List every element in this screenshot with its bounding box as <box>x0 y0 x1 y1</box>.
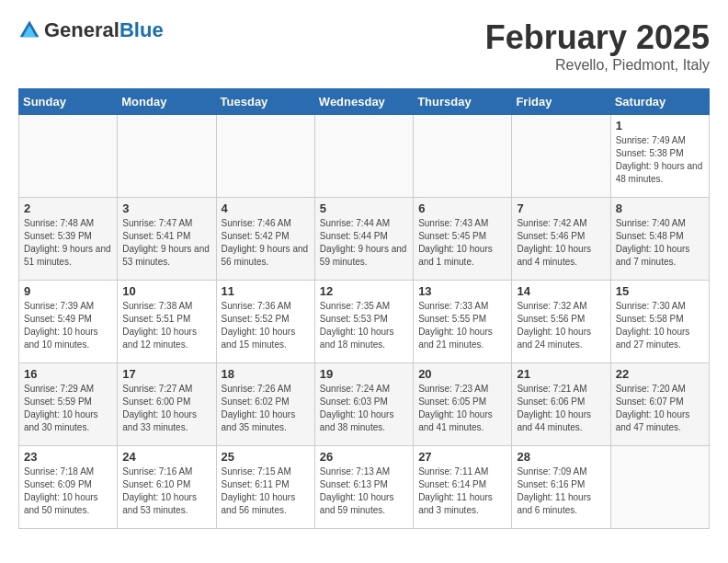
calendar-cell <box>314 115 413 198</box>
day-number: 15 <box>616 284 704 298</box>
calendar-cell: 16Sunrise: 7:29 AM Sunset: 5:59 PM Dayli… <box>19 363 118 446</box>
day-info: Sunrise: 7:23 AM Sunset: 6:05 PM Dayligh… <box>418 383 506 434</box>
day-number: 9 <box>24 284 112 298</box>
logo-icon <box>18 19 40 41</box>
calendar-cell <box>216 115 314 198</box>
day-number: 12 <box>320 284 408 298</box>
day-number: 11 <box>222 284 310 298</box>
day-info: Sunrise: 7:21 AM Sunset: 6:06 PM Dayligh… <box>517 383 605 434</box>
day-info: Sunrise: 7:42 AM Sunset: 5:46 PM Dayligh… <box>517 217 605 269</box>
day-number: 2 <box>24 201 112 215</box>
calendar-cell <box>19 115 118 198</box>
day-info: Sunrise: 7:49 AM Sunset: 5:38 PM Dayligh… <box>616 134 704 186</box>
calendar-cell: 27Sunrise: 7:11 AM Sunset: 6:14 PM Dayli… <box>414 446 512 529</box>
calendar-cell: 21Sunrise: 7:21 AM Sunset: 6:06 PM Dayli… <box>512 363 610 446</box>
weekday-header-thursday: Thursday <box>414 89 512 115</box>
day-number: 3 <box>122 201 210 215</box>
day-info: Sunrise: 7:24 AM Sunset: 6:03 PM Dayligh… <box>320 383 408 434</box>
day-number: 10 <box>122 284 210 298</box>
calendar-cell: 10Sunrise: 7:38 AM Sunset: 5:51 PM Dayli… <box>118 281 216 363</box>
calendar-cell <box>512 115 610 198</box>
calendar-table: SundayMondayTuesdayWednesdayThursdayFrid… <box>18 88 710 529</box>
day-number: 6 <box>418 201 506 215</box>
calendar-cell: 24Sunrise: 7:16 AM Sunset: 6:10 PM Dayli… <box>118 446 216 529</box>
calendar-week-row: 23Sunrise: 7:18 AM Sunset: 6:09 PM Dayli… <box>19 446 710 529</box>
day-info: Sunrise: 7:38 AM Sunset: 5:51 PM Dayligh… <box>122 300 210 351</box>
weekday-header-tuesday: Tuesday <box>216 89 314 115</box>
day-info: Sunrise: 7:13 AM Sunset: 6:13 PM Dayligh… <box>320 465 408 517</box>
day-info: Sunrise: 7:36 AM Sunset: 5:52 PM Dayligh… <box>222 300 310 351</box>
calendar-cell: 13Sunrise: 7:33 AM Sunset: 5:55 PM Dayli… <box>414 281 512 363</box>
weekday-header-saturday: Saturday <box>610 89 709 115</box>
day-info: Sunrise: 7:20 AM Sunset: 6:07 PM Dayligh… <box>616 383 704 434</box>
calendar-cell: 9Sunrise: 7:39 AM Sunset: 5:49 PM Daylig… <box>19 281 118 363</box>
calendar-cell: 4Sunrise: 7:46 AM Sunset: 5:42 PM Daylig… <box>216 198 314 281</box>
day-number: 13 <box>418 284 506 298</box>
calendar-cell: 2Sunrise: 7:48 AM Sunset: 5:39 PM Daylig… <box>19 198 118 281</box>
day-number: 25 <box>222 450 310 464</box>
day-info: Sunrise: 7:40 AM Sunset: 5:48 PM Dayligh… <box>616 217 704 269</box>
day-info: Sunrise: 7:35 AM Sunset: 5:53 PM Dayligh… <box>320 300 408 351</box>
day-number: 23 <box>24 450 112 464</box>
logo: GeneralBlue <box>18 18 164 42</box>
calendar-cell: 14Sunrise: 7:32 AM Sunset: 5:56 PM Dayli… <box>512 281 610 363</box>
logo-text: GeneralBlue <box>44 18 164 42</box>
day-info: Sunrise: 7:18 AM Sunset: 6:09 PM Dayligh… <box>24 465 112 517</box>
day-info: Sunrise: 7:27 AM Sunset: 6:00 PM Dayligh… <box>122 383 210 434</box>
day-number: 4 <box>222 201 310 215</box>
day-info: Sunrise: 7:15 AM Sunset: 6:11 PM Dayligh… <box>222 465 310 517</box>
calendar-week-row: 1Sunrise: 7:49 AM Sunset: 5:38 PM Daylig… <box>19 115 710 198</box>
day-info: Sunrise: 7:09 AM Sunset: 6:16 PM Dayligh… <box>517 465 605 517</box>
calendar-cell <box>610 446 709 529</box>
day-info: Sunrise: 7:32 AM Sunset: 5:56 PM Dayligh… <box>517 300 605 351</box>
weekday-header-wednesday: Wednesday <box>314 89 413 115</box>
calendar-cell: 19Sunrise: 7:24 AM Sunset: 6:03 PM Dayli… <box>314 363 413 446</box>
weekday-header-sunday: Sunday <box>19 89 118 115</box>
calendar-cell: 28Sunrise: 7:09 AM Sunset: 6:16 PM Dayli… <box>512 446 610 529</box>
calendar-title-area: February 2025 Revello, Piedmont, Italy <box>485 18 710 74</box>
day-number: 21 <box>517 367 605 381</box>
calendar-week-row: 9Sunrise: 7:39 AM Sunset: 5:49 PM Daylig… <box>19 281 710 363</box>
day-number: 27 <box>418 450 506 464</box>
day-number: 22 <box>616 367 704 381</box>
day-number: 26 <box>320 450 408 464</box>
calendar-subtitle: Revello, Piedmont, Italy <box>485 57 710 74</box>
calendar-title: February 2025 <box>485 18 710 57</box>
day-number: 8 <box>616 201 704 215</box>
day-info: Sunrise: 7:39 AM Sunset: 5:49 PM Dayligh… <box>24 300 112 351</box>
calendar-cell <box>414 115 512 198</box>
calendar-cell: 25Sunrise: 7:15 AM Sunset: 6:11 PM Dayli… <box>216 446 314 529</box>
calendar-cell: 3Sunrise: 7:47 AM Sunset: 5:41 PM Daylig… <box>118 198 216 281</box>
day-number: 1 <box>616 119 704 132</box>
calendar-cell: 5Sunrise: 7:44 AM Sunset: 5:44 PM Daylig… <box>314 198 413 281</box>
day-info: Sunrise: 7:11 AM Sunset: 6:14 PM Dayligh… <box>418 465 506 517</box>
day-info: Sunrise: 7:43 AM Sunset: 5:45 PM Dayligh… <box>418 217 506 269</box>
weekday-header-row: SundayMondayTuesdayWednesdayThursdayFrid… <box>19 89 710 115</box>
calendar-cell: 22Sunrise: 7:20 AM Sunset: 6:07 PM Dayli… <box>610 363 709 446</box>
day-number: 5 <box>320 201 408 215</box>
day-number: 28 <box>517 450 605 464</box>
weekday-header-monday: Monday <box>118 89 216 115</box>
day-info: Sunrise: 7:47 AM Sunset: 5:41 PM Dayligh… <box>122 217 210 269</box>
calendar-cell: 11Sunrise: 7:36 AM Sunset: 5:52 PM Dayli… <box>216 281 314 363</box>
calendar-cell: 8Sunrise: 7:40 AM Sunset: 5:48 PM Daylig… <box>610 198 709 281</box>
day-number: 17 <box>122 367 210 381</box>
calendar-cell: 15Sunrise: 7:30 AM Sunset: 5:58 PM Dayli… <box>610 281 709 363</box>
calendar-week-row: 2Sunrise: 7:48 AM Sunset: 5:39 PM Daylig… <box>19 198 710 281</box>
calendar-cell: 12Sunrise: 7:35 AM Sunset: 5:53 PM Dayli… <box>314 281 413 363</box>
day-info: Sunrise: 7:16 AM Sunset: 6:10 PM Dayligh… <box>122 465 210 517</box>
calendar-cell: 23Sunrise: 7:18 AM Sunset: 6:09 PM Dayli… <box>19 446 118 529</box>
day-number: 19 <box>320 367 408 381</box>
calendar-cell: 17Sunrise: 7:27 AM Sunset: 6:00 PM Dayli… <box>118 363 216 446</box>
day-number: 14 <box>517 284 605 298</box>
day-info: Sunrise: 7:30 AM Sunset: 5:58 PM Dayligh… <box>616 300 704 351</box>
day-number: 24 <box>122 450 210 464</box>
day-number: 16 <box>24 367 112 381</box>
day-info: Sunrise: 7:48 AM Sunset: 5:39 PM Dayligh… <box>24 217 112 269</box>
day-info: Sunrise: 7:29 AM Sunset: 5:59 PM Dayligh… <box>24 383 112 434</box>
calendar-cell: 7Sunrise: 7:42 AM Sunset: 5:46 PM Daylig… <box>512 198 610 281</box>
day-info: Sunrise: 7:26 AM Sunset: 6:02 PM Dayligh… <box>222 383 310 434</box>
day-number: 7 <box>517 201 605 215</box>
day-number: 18 <box>222 367 310 381</box>
day-number: 20 <box>418 367 506 381</box>
